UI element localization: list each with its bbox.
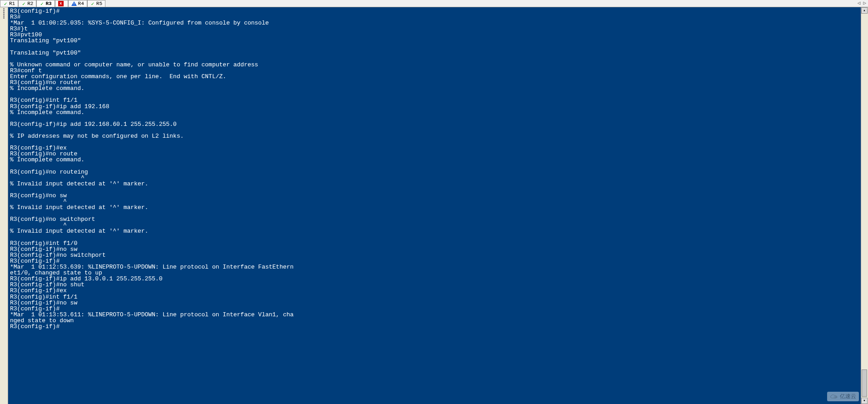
tab-r1[interactable]: ✓ R1 (0, 0, 18, 7)
check-icon: ✓ (40, 1, 44, 6)
scroll-thumb[interactable] (862, 369, 867, 397)
tab-r5[interactable]: ✓ R5 (87, 0, 105, 7)
terminal-output[interactable]: R3(config-if)# R3# *Mar 1 01:00:25.035: … (8, 7, 861, 404)
tab-bar: ✓ R1 ✓ R2 ✓ R3 x R4 ✓ R5 ◁ ▷ (0, 0, 868, 7)
tab-close[interactable]: x (55, 0, 68, 7)
tab-label: R4 (78, 1, 84, 6)
scroll-down-button[interactable]: ▾ (861, 398, 868, 404)
watermark-text: 亿速云 (840, 393, 856, 400)
tab-r2[interactable]: ✓ R2 (18, 0, 36, 7)
terminal-container: R3(config-if)# R3# *Mar 1 01:00:25.035: … (8, 7, 868, 404)
check-icon: ✓ (21, 1, 26, 6)
cloud-icon (830, 394, 838, 399)
tab-r4[interactable]: R4 (68, 0, 87, 7)
watermark: 亿速云 (827, 392, 859, 401)
tab-nav-arrows: ◁ ▷ (857, 0, 867, 6)
nav-right-icon[interactable]: ▷ (862, 0, 867, 6)
tab-label: R5 (96, 1, 102, 6)
warning-icon (71, 1, 77, 6)
gutter-grip-icon[interactable] (0, 7, 8, 19)
tab-label: R1 (9, 1, 15, 6)
check-icon: ✓ (90, 1, 95, 6)
vertical-scrollbar[interactable]: ▴ ▾ (861, 7, 868, 404)
tab-label: R3 (45, 1, 51, 6)
tab-r3[interactable]: ✓ R3 (36, 0, 55, 7)
scroll-up-button[interactable]: ▴ (861, 7, 868, 14)
left-gutter (0, 7, 8, 404)
close-icon: x (58, 1, 64, 6)
nav-left-icon[interactable]: ◁ (857, 0, 862, 6)
tab-label: R2 (27, 1, 33, 6)
check-icon: ✓ (3, 1, 8, 6)
